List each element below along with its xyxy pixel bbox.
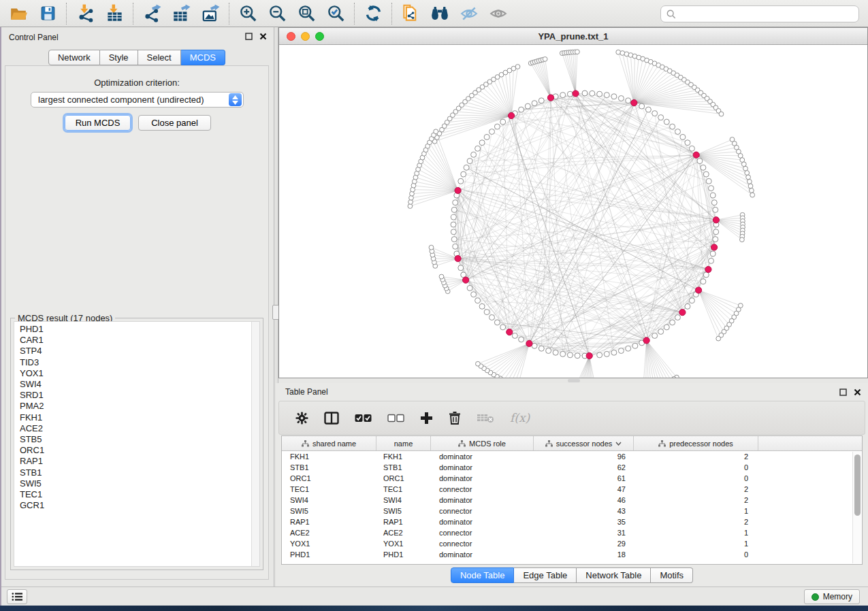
column-header-MCDS-role[interactable]: MCDS role	[431, 436, 534, 450]
graph-node[interactable]	[709, 186, 714, 191]
graph-leaf-node[interactable]	[429, 245, 434, 250]
mcds-hub-node[interactable]	[526, 340, 532, 346]
graph-node[interactable]	[453, 244, 458, 249]
run-mcds-button[interactable]: Run MCDS	[65, 115, 131, 131]
graph-leaf-node[interactable]	[476, 361, 481, 366]
graph-leaf-node[interactable]	[750, 193, 755, 197]
graph-node[interactable]	[519, 107, 524, 112]
share-document-button[interactable]	[401, 4, 420, 23]
graph-leaf-node[interactable]	[719, 112, 724, 116]
graph-node[interactable]	[689, 146, 694, 151]
graph-node[interactable]	[453, 200, 458, 205]
graph-leaf-node[interactable]	[741, 162, 746, 167]
zoom-out-button[interactable]	[268, 4, 287, 23]
deselect-all-icon[interactable]	[387, 414, 404, 423]
graph-node[interactable]	[703, 171, 709, 177]
graph-node[interactable]	[632, 343, 638, 348]
mcds-hub-node[interactable]	[507, 329, 513, 335]
graph-leaf-node[interactable]	[743, 166, 748, 171]
graph-node[interactable]	[451, 207, 457, 212]
graph-node[interactable]	[711, 200, 717, 205]
mcds-result-item[interactable]: YOX1	[14, 368, 259, 379]
mcds-hub-node[interactable]	[573, 90, 579, 97]
graph-node[interactable]	[590, 90, 595, 96]
graph-node[interactable]	[560, 93, 566, 98]
select-all-icon[interactable]	[355, 414, 372, 423]
maximize-window-button[interactable]	[315, 32, 324, 41]
tab-node-table[interactable]: Node Table	[451, 567, 515, 583]
graph-node[interactable]	[451, 214, 456, 220]
mcds-result-item[interactable]: STB5	[14, 434, 259, 445]
graph-node[interactable]	[675, 129, 681, 135]
graph-node[interactable]	[703, 272, 709, 278]
export-table-button[interactable]	[172, 4, 191, 23]
graph-node[interactable]	[652, 333, 658, 338]
float-panel-icon[interactable]	[245, 33, 253, 40]
close-panel-button[interactable]: Close panel	[138, 115, 211, 131]
graph-node[interactable]	[553, 350, 558, 355]
table-scrollbar[interactable]	[852, 452, 861, 563]
graph-node[interactable]	[471, 152, 477, 157]
graph-node[interactable]	[467, 285, 472, 291]
mcds-result-item[interactable]: ACE2	[14, 423, 259, 434]
mcds-hub-node[interactable]	[509, 112, 515, 118]
import-network-button[interactable]	[76, 4, 95, 23]
column-header-successor-nodes[interactable]: successor nodes	[534, 436, 634, 450]
graph-node[interactable]	[626, 346, 631, 351]
graph-leaf-node[interactable]	[434, 129, 438, 134]
tab-select[interactable]: Select	[138, 50, 181, 65]
graph-leaf-node[interactable]	[748, 180, 752, 184]
column-header-predecessor-nodes[interactable]: predecessor nodes	[634, 436, 758, 450]
mcds-result-item[interactable]: GCR1	[14, 500, 259, 511]
graph-leaf-node[interactable]	[750, 188, 754, 193]
table-row[interactable]: RAP1RAP1dominator352	[282, 516, 862, 527]
graph-node[interactable]	[484, 310, 489, 315]
graph-node[interactable]	[494, 320, 500, 325]
open-file-button[interactable]	[9, 4, 28, 23]
mcds-result-item[interactable]: TID3	[14, 357, 259, 368]
table-row[interactable]: PHD1PHD1dominator180	[282, 549, 862, 560]
graph-node[interactable]	[458, 265, 464, 271]
export-network-button[interactable]	[142, 4, 161, 23]
mcds-result-item[interactable]: RAP1	[14, 456, 259, 467]
graph-node[interactable]	[618, 96, 624, 101]
mcds-result-item[interactable]: SRD1	[14, 390, 259, 401]
table-row[interactable]: TEC1TEC1connector472	[282, 484, 862, 495]
graph-node[interactable]	[512, 333, 517, 338]
mcds-result-item[interactable]: SWI4	[14, 379, 259, 390]
graph-node[interactable]	[479, 140, 485, 146]
graph-node[interactable]	[464, 165, 469, 170]
tab-mcds[interactable]: MCDS	[181, 50, 225, 65]
graph-node[interactable]	[652, 111, 658, 116]
horizontal-splitter[interactable]	[278, 378, 868, 383]
graph-node[interactable]	[639, 103, 645, 109]
mcds-result-item[interactable]: ORC1	[14, 445, 259, 456]
graph-node[interactable]	[713, 207, 718, 212]
graph-node[interactable]	[664, 325, 669, 330]
mcds-result-list[interactable]: PHD1CAR1STP4TID3YOX1SWI4SRD1PMA2FKH1ACE2…	[14, 321, 260, 567]
graph-node[interactable]	[709, 258, 714, 263]
graph-node[interactable]	[489, 129, 495, 135]
mcds-hub-node[interactable]	[711, 244, 718, 250]
minimize-window-button[interactable]	[301, 32, 310, 41]
graph-node[interactable]	[539, 346, 544, 351]
zoom-fit-button[interactable]	[297, 4, 316, 23]
network-graph[interactable]	[279, 45, 867, 378]
search-network-button[interactable]	[430, 4, 449, 23]
network-canvas[interactable]	[279, 45, 867, 378]
table-row[interactable]: FKH1FKH1dominator962	[282, 451, 862, 462]
refresh-layout-button[interactable]	[364, 4, 383, 23]
graph-node[interactable]	[475, 298, 481, 303]
table-row[interactable]: ORC1ORC1dominator610	[282, 473, 862, 484]
graph-node[interactable]	[500, 119, 506, 125]
graph-node[interactable]	[680, 134, 686, 139]
graph-node[interactable]	[500, 325, 506, 330]
graph-node[interactable]	[710, 251, 716, 257]
tab-motifs[interactable]: Motifs	[651, 567, 693, 583]
graph-node[interactable]	[626, 98, 631, 103]
mcds-hub-node[interactable]	[679, 310, 686, 316]
graph-node[interactable]	[475, 146, 481, 151]
mcds-hub-node[interactable]	[705, 266, 711, 272]
graph-node[interactable]	[532, 101, 537, 106]
mcds-hub-node[interactable]	[547, 95, 553, 101]
